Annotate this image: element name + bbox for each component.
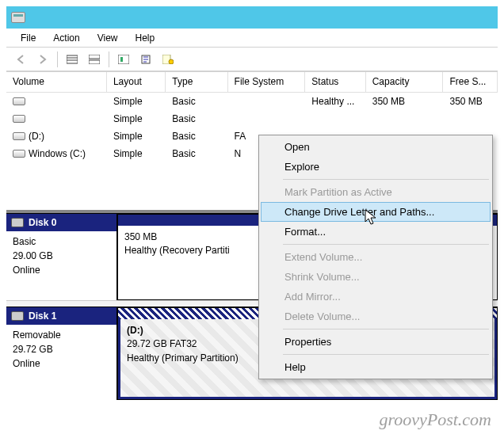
disk-header: Disk 1 bbox=[29, 310, 56, 322]
menu-action[interactable]: Action bbox=[45, 31, 87, 45]
ctx-open[interactable]: Open bbox=[261, 137, 491, 157]
menu-file[interactable]: File bbox=[13, 31, 44, 45]
svg-rect-4 bbox=[89, 60, 100, 64]
col-layout[interactable]: Layout bbox=[107, 72, 166, 92]
volume-icon bbox=[13, 132, 25, 140]
vol-free: 350 MB bbox=[443, 94, 498, 109]
disk-status: Online bbox=[13, 356, 110, 371]
ctx-delete: Delete Volume... bbox=[261, 307, 491, 326]
vol-capacity: 350 MB bbox=[366, 94, 444, 109]
ctx-separator bbox=[283, 329, 489, 329]
vol-layout: Simple bbox=[107, 94, 166, 109]
vol-fs bbox=[228, 100, 306, 103]
ctx-mark-active: Mark Partition as Active bbox=[261, 182, 491, 202]
ctx-properties[interactable]: Properties bbox=[261, 332, 491, 352]
svg-point-8 bbox=[169, 59, 174, 64]
refresh-button[interactable] bbox=[114, 51, 133, 68]
vol-type: Basic bbox=[166, 147, 227, 161]
col-volume[interactable]: Volume bbox=[6, 72, 107, 92]
column-headers: Volume Layout Type File System Status Ca… bbox=[6, 72, 498, 93]
vol-free bbox=[443, 117, 498, 120]
vol-type: Basic bbox=[166, 112, 227, 126]
cursor-icon bbox=[365, 209, 379, 227]
vol-layout: Simple bbox=[107, 147, 166, 161]
disk-0-pane[interactable]: Disk 0 Basic 29.00 GB Online bbox=[6, 214, 117, 300]
volume-row[interactable]: Simple Basic Healthy ... 350 MB 350 MB bbox=[6, 93, 498, 110]
context-menu: Open Explore Mark Partition as Active Ch… bbox=[258, 135, 493, 379]
disk-1-pane[interactable]: Disk 1 Removable 29.72 GB Online bbox=[6, 307, 117, 400]
col-fs[interactable]: File System bbox=[228, 72, 306, 92]
vol-status bbox=[305, 117, 365, 120]
separator bbox=[109, 51, 109, 67]
ctx-explore[interactable]: Explore bbox=[261, 157, 491, 177]
svg-rect-3 bbox=[89, 55, 100, 59]
vol-layout: Simple bbox=[107, 112, 166, 126]
vol-layout: Simple bbox=[107, 129, 166, 143]
ctx-shrink: Shrink Volume... bbox=[261, 267, 491, 287]
disk-status: Online bbox=[13, 263, 110, 277]
volume-icon bbox=[13, 97, 25, 105]
disk-size: 29.72 GB bbox=[13, 342, 110, 356]
forward-button[interactable] bbox=[33, 51, 52, 68]
svg-rect-0 bbox=[67, 55, 78, 63]
watermark: groovyPost.com bbox=[379, 409, 491, 430]
svg-rect-5 bbox=[118, 55, 129, 64]
vol-type: Basic bbox=[166, 129, 227, 143]
disk-icon bbox=[11, 218, 24, 227]
col-capacity[interactable]: Capacity bbox=[366, 72, 444, 92]
disk-type: Basic bbox=[13, 234, 110, 249]
ctx-mirror: Add Mirror... bbox=[261, 287, 491, 307]
menu-help[interactable]: Help bbox=[128, 31, 163, 45]
ctx-separator bbox=[283, 179, 489, 180]
app-icon bbox=[11, 12, 25, 23]
vol-type: Basic bbox=[166, 94, 227, 109]
volume-icon bbox=[13, 150, 25, 158]
ctx-help[interactable]: Help bbox=[261, 357, 491, 377]
ctx-extend: Extend Volume... bbox=[261, 247, 491, 267]
ctx-separator bbox=[283, 244, 489, 245]
ctx-separator bbox=[283, 354, 489, 355]
disk-icon bbox=[11, 311, 24, 321]
disk-type: Removable bbox=[13, 328, 110, 342]
col-type[interactable]: Type bbox=[166, 72, 227, 92]
vol-capacity bbox=[366, 117, 444, 120]
disk-size: 29.00 GB bbox=[13, 249, 110, 263]
view-list-button[interactable] bbox=[63, 51, 82, 68]
properties-button[interactable] bbox=[136, 51, 155, 68]
col-free[interactable]: Free S... bbox=[443, 72, 498, 92]
vol-fs bbox=[228, 117, 306, 120]
disk-header: Disk 0 bbox=[29, 217, 56, 228]
toolbar bbox=[6, 48, 498, 71]
col-status[interactable]: Status bbox=[305, 72, 365, 92]
help-button[interactable] bbox=[158, 51, 178, 68]
volume-icon bbox=[13, 115, 25, 123]
vol-name: Windows (C:) bbox=[29, 148, 86, 159]
vol-name: (D:) bbox=[29, 131, 44, 142]
view-both-button[interactable] bbox=[85, 51, 104, 68]
vol-status: Healthy ... bbox=[305, 94, 365, 109]
titlebar[interactable] bbox=[6, 6, 498, 29]
separator bbox=[57, 51, 58, 67]
back-button[interactable] bbox=[11, 51, 30, 68]
volume-row[interactable]: Simple Basic bbox=[6, 110, 498, 128]
menu-view[interactable]: View bbox=[90, 31, 126, 45]
menubar: File Action View Help bbox=[6, 29, 498, 48]
